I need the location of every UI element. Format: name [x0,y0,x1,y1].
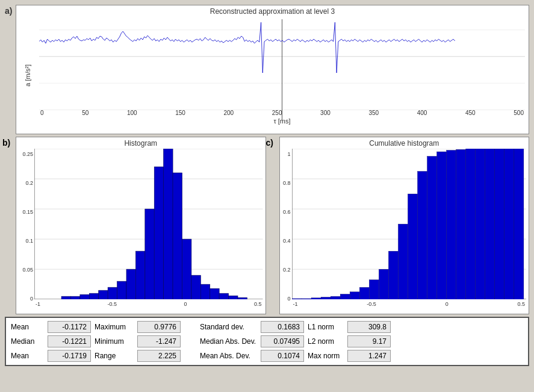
svg-rect-58 [427,157,436,300]
x-tick: 350 [368,110,379,116]
svg-rect-64 [485,149,494,299]
stat-value-minimum: -1.247 [137,335,181,347]
y-tick: 0.2 [25,180,33,186]
svg-rect-17 [61,296,70,299]
stat-value-maxnorm: 1.247 [347,350,391,362]
x-tick: 500 [514,110,524,116]
svg-rect-24 [126,269,135,299]
y-tick: 0.2 [283,267,291,273]
y-tick: 0.15 [22,209,33,215]
svg-rect-49 [340,294,350,299]
svg-rect-34 [219,293,228,299]
y-tick: 0.05 [22,267,33,273]
y-tick: 0.25 [22,151,33,157]
stat-label-l2norm: L2 norm [308,337,344,346]
svg-rect-30 [182,239,191,299]
svg-rect-59 [436,152,446,299]
stat-label-maxnorm: Max norm [308,352,344,360]
stat-label-minimum: Minimum [95,337,134,346]
stats-table: Mean -0.1172 Maximum 0.9776 Standard dev… [5,317,529,366]
panel-a-plot: 0.5 0 -0.5 -1 [39,19,525,120]
x-tick: -0.5 [107,301,117,307]
stat-value-stddev: 0.1683 [261,321,304,333]
panel-a-title: Reconstructed approximation at level 3 [16,7,529,16]
svg-rect-46 [311,298,321,300]
svg-rect-29 [173,173,182,299]
svg-rect-22 [108,287,117,299]
stat-value-mean2: -0.1719 [48,350,91,362]
y-tick: 0 [30,296,33,302]
svg-rect-53 [379,269,388,299]
x-tick: 100 [127,110,137,116]
svg-rect-56 [408,194,417,299]
x-tick: 250 [272,110,282,116]
stat-label-medabsdev: Median Abs. Dev. [200,337,257,346]
svg-rect-33 [210,288,219,299]
x-tick: 0 [184,301,187,307]
svg-rect-26 [145,209,154,299]
x-tick: 450 [465,110,476,116]
svg-rect-51 [359,287,369,299]
svg-rect-67 [514,149,523,299]
x-tick: 150 [175,110,185,116]
svg-rect-55 [398,224,408,299]
y-tick: 0.4 [283,238,291,244]
panel-a-label: a) [5,6,12,16]
svg-rect-47 [321,297,331,299]
svg-rect-52 [369,280,379,300]
svg-rect-28 [164,149,173,299]
svg-rect-19 [80,294,89,299]
svg-rect-35 [229,296,238,299]
y-tick: 1 [287,151,290,157]
x-tick: -1 [293,301,298,307]
stat-label-meanabsdev: Mean Abs. Dev. [200,352,257,360]
svg-rect-62 [465,149,475,299]
x-tick: 400 [417,110,427,116]
stat-value-medabsdev: 0.07495 [261,335,304,347]
x-tick: -0.5 [367,301,376,307]
x-tick: 0 [40,110,44,116]
main-container: a) Reconstructed approximation at level … [0,0,534,392]
panel-a-y-label: a [m/s²] [24,64,31,87]
svg-rect-20 [89,293,98,299]
stat-label-maximum: Maximum [95,323,134,331]
y-tick: 0.6 [283,209,291,215]
svg-rect-63 [475,149,485,299]
svg-rect-44 [292,299,302,299]
stat-value-meanabsdev: 0.1074 [261,350,304,362]
svg-rect-61 [456,149,465,299]
x-tick: 0.5 [517,301,525,307]
panel-b-label: b) [2,138,10,148]
stat-label-stddev: Standard dev. [200,323,257,331]
svg-rect-48 [331,296,340,299]
svg-rect-50 [350,292,359,300]
stat-value-l1norm: 309.8 [347,321,391,333]
stat-value-l2norm: 9.17 [347,335,391,347]
y-tick: 0.1 [25,238,33,244]
svg-rect-65 [494,149,504,299]
stat-value-range: 2.225 [137,350,181,362]
svg-rect-32 [200,284,210,299]
x-tick: 0 [446,301,449,307]
stat-label-median: Median [11,337,44,346]
histogram-plot [34,149,263,299]
stat-label-mean2: Mean [11,352,44,360]
svg-rect-18 [70,296,79,299]
stat-label-l1norm: L1 norm [308,323,344,331]
svg-rect-45 [302,299,311,299]
stat-value-maximum: 0.9776 [137,321,181,333]
panel-a-x-label: τ [ms] [39,117,525,125]
svg-rect-60 [446,151,456,300]
panel-b-title: Histogram [16,139,265,148]
panel-c-title: Cumulative histogram [280,139,529,148]
stat-label-range: Range [95,352,134,360]
x-tick: 300 [320,110,331,116]
svg-rect-27 [154,167,163,299]
x-tick: 50 [82,110,88,116]
y-tick: 0 [287,296,290,302]
x-tick: 200 [224,110,234,116]
svg-rect-31 [191,275,200,299]
x-tick: 0.5 [254,301,262,307]
y-tick: 0.8 [283,180,291,186]
svg-rect-21 [99,290,108,299]
